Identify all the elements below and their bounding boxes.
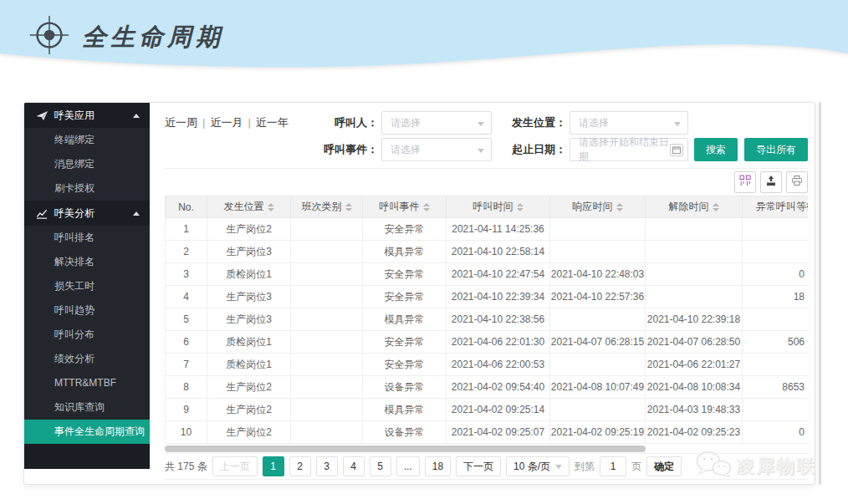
table-cell (646, 286, 743, 308)
sidebar-item[interactable]: 呼叫分布 (24, 323, 150, 347)
quick-range-link[interactable]: 近一年 (256, 116, 289, 129)
table-cell (291, 354, 363, 376)
crosshair-target-icon (28, 13, 70, 60)
table-cell: 生产岗位2 (207, 421, 291, 444)
table-cell: 模具异常 (363, 241, 447, 263)
sidebar-item[interactable]: MTTR&MTBF (24, 371, 150, 395)
table-cell (743, 308, 809, 331)
sort-icon[interactable] (423, 203, 430, 211)
table-cell: 5 (166, 308, 207, 331)
table-cell (291, 421, 363, 444)
print-button[interactable] (786, 171, 808, 193)
column-header[interactable]: 呼叫事件 (363, 196, 447, 218)
sidebar-item[interactable]: 呼叫排名 (24, 226, 150, 250)
location-select[interactable]: 请选择 (570, 111, 688, 135)
table-cell (291, 308, 363, 331)
table-cell: 1 (166, 218, 207, 241)
page-number-button[interactable]: 1 (263, 456, 284, 476)
column-header-label: No. (178, 201, 194, 213)
filter-columns-icon (739, 175, 751, 190)
sort-icon[interactable] (345, 203, 352, 211)
vertical-scrollbar[interactable] (819, 102, 821, 485)
sidebar-section-header[interactable]: 呼美应用 (24, 103, 150, 128)
column-header[interactable]: 发生位置 (207, 196, 291, 218)
prev-page-button[interactable]: 上一页 (212, 456, 258, 476)
sidebar-item[interactable]: 消息绑定 (24, 152, 150, 176)
table-cell (550, 308, 646, 331)
page-number-buttons: 12345...18 (263, 456, 451, 476)
table-row: 7质检岗位1安全异常2021-04-06 22:00:532021-04-06 … (166, 354, 809, 376)
page-title: 全生命周期 (82, 21, 224, 54)
table-cell: 质检岗位1 (207, 354, 291, 376)
sort-icon[interactable] (268, 203, 274, 211)
table-cell (291, 263, 363, 286)
sort-icon[interactable] (616, 203, 623, 211)
sidebar-item[interactable]: 终端绑定 (24, 128, 150, 152)
horizontal-scrollbar-thumb[interactable] (165, 445, 646, 452)
table-cell (550, 399, 646, 421)
table-cell: 2021-04-07 06:28:15 (550, 331, 646, 354)
sort-icon[interactable] (713, 203, 719, 211)
sidebar-item[interactable]: 呼叫趋势 (24, 298, 150, 323)
table-cell: 安全异常 (363, 331, 447, 354)
page-size-select[interactable]: 10 条/页 (506, 456, 570, 476)
sidebar-item[interactable]: 事件全生命周期查询 (24, 420, 150, 444)
page-ellipsis-button[interactable]: ... (396, 456, 420, 476)
table-cell: 设备异常 (363, 421, 447, 444)
column-header[interactable]: 异常呼叫等待时长 (743, 196, 809, 218)
page-size-value: 10 条/页 (513, 461, 550, 472)
goto-confirm-button[interactable]: 确定 (646, 456, 682, 476)
page-number-button[interactable]: 5 (370, 456, 391, 476)
chevron-down-icon (555, 465, 562, 469)
page-number-button[interactable]: 3 (316, 456, 338, 476)
separator: | (202, 116, 205, 129)
goto-suffix-label: 页 (631, 460, 641, 474)
table-cell (550, 241, 646, 263)
column-header[interactable]: 班次类别 (291, 196, 363, 218)
table-cell (550, 354, 646, 376)
column-header: No. (166, 196, 207, 218)
table-cell (646, 241, 743, 263)
sidebar-item[interactable]: 解决排名 (24, 250, 150, 274)
table-cell (743, 241, 809, 263)
search-button[interactable]: 搜索 (694, 138, 738, 161)
sidebar-section-header[interactable]: 呼美分析 (24, 201, 150, 226)
table-cell: 506 (743, 331, 809, 354)
table-cell: 安全异常 (363, 286, 447, 308)
sidebar-item[interactable]: 损失工时 (24, 274, 150, 298)
location-placeholder: 请选择 (579, 116, 609, 130)
table-row: 9生产岗位2模具异常2021-04-02 09:25:142021-04-03 … (166, 399, 809, 421)
sort-icon[interactable] (517, 203, 524, 211)
filter-columns-button[interactable] (734, 171, 756, 193)
table-row: 1生产岗位2安全异常2021-04-11 14:25:36 (166, 218, 809, 241)
quick-range-link[interactable]: 近一月 (210, 116, 243, 129)
goto-page-input[interactable] (600, 456, 626, 476)
column-header[interactable]: 呼叫时间 (447, 196, 550, 218)
export-table-button[interactable] (760, 171, 782, 193)
sidebar-section-label: 呼美分析 (54, 206, 133, 221)
table-cell: 2021-04-02 09:25:14 (447, 399, 550, 421)
event-label: 呼叫事件： (319, 142, 378, 157)
page-number-button[interactable]: 4 (343, 456, 365, 476)
page-number-button[interactable]: 2 (289, 456, 311, 476)
export-all-button[interactable]: 导出所有 (744, 138, 808, 161)
next-page-button[interactable]: 下一页 (456, 456, 501, 476)
column-header-label: 发生位置 (224, 200, 264, 214)
table-cell: 模具异常 (363, 308, 447, 331)
sidebar-item[interactable]: 刷卡授权 (24, 176, 150, 201)
column-header[interactable]: 解除时间 (646, 196, 743, 218)
sidebar-item[interactable]: 知识库查询 (24, 395, 150, 420)
table-cell: 2021-04-03 19:48:33 (646, 399, 743, 421)
date-range-input[interactable]: 请选择开始和结束日期 (570, 138, 688, 161)
sidebar: 呼美应用终端绑定消息绑定刷卡授权呼美分析呼叫排名解决排名损失工时呼叫趋势呼叫分布… (24, 103, 150, 469)
total-count: 共 175 条 (165, 460, 207, 474)
event-select[interactable]: 请选择 (381, 138, 492, 161)
caller-select[interactable]: 请选择 (381, 111, 492, 135)
table-cell: 安全异常 (363, 263, 447, 286)
column-header[interactable]: 响应时间 (550, 196, 646, 218)
page-number-button[interactable]: 18 (425, 456, 451, 476)
sidebar-item[interactable]: 绩效分析 (24, 347, 150, 371)
table-cell (291, 218, 363, 241)
table-cell: 7 (166, 354, 207, 376)
quick-range-link[interactable]: 近一周 (165, 116, 197, 129)
